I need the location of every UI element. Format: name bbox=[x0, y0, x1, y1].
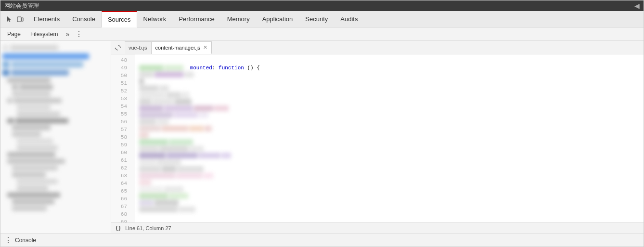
line-number-59: 59 bbox=[111, 141, 131, 149]
status-position: Line 61, Column 27 bbox=[125, 225, 171, 231]
tab-security[interactable]: Security bbox=[299, 11, 334, 27]
line-number-54: 54 bbox=[111, 103, 131, 110]
file-tabs-bar: vue-b.js content-manager.js ✕ bbox=[111, 41, 644, 54]
line-number-60: 60 bbox=[111, 149, 131, 156]
secondary-bar: Page Filesystem » ⋮ bbox=[0, 27, 644, 41]
sec-tab-page[interactable]: Page bbox=[3, 28, 25, 40]
tab-network[interactable]: Network bbox=[137, 11, 173, 27]
line-number-65: 65 bbox=[111, 187, 131, 195]
svg-rect-2 bbox=[22, 18, 23, 21]
cursor-icon[interactable] bbox=[5, 15, 14, 24]
tab-audits[interactable]: Audits bbox=[334, 11, 364, 27]
status-braces-icon: {} bbox=[115, 225, 121, 231]
line-number-49: 49 bbox=[111, 64, 131, 72]
devtools-window: 网站会员管理 ◀ Elements Console Sources Networ… bbox=[0, 0, 644, 247]
file-sync-icon[interactable] bbox=[113, 43, 123, 52]
line-number-51: 51 bbox=[111, 79, 131, 87]
line-number-66: 66 bbox=[111, 195, 131, 203]
code-editor[interactable]: 48 49 50 51 52 53 54 55 56 57 58 59 60 6… bbox=[111, 54, 644, 222]
file-tab-close-button[interactable]: ✕ bbox=[203, 44, 207, 51]
right-panel: vue-b.js content-manager.js ✕ 48 49 50 5… bbox=[111, 41, 644, 233]
device-icon[interactable] bbox=[16, 15, 25, 24]
line-number-57: 57 bbox=[111, 126, 131, 133]
file-tree[interactable] bbox=[0, 41, 111, 233]
console-bar: ⋮ Console bbox=[0, 233, 644, 247]
tab-memory[interactable]: Memory bbox=[221, 11, 256, 27]
sec-dots-button[interactable]: ⋮ bbox=[73, 29, 85, 39]
line-number-64: 64 bbox=[111, 180, 131, 187]
title-bar-arrow[interactable]: ◀ bbox=[634, 2, 640, 10]
line-number-56: 56 bbox=[111, 118, 131, 126]
tab-application[interactable]: Application bbox=[256, 11, 299, 27]
sec-more-button[interactable]: » bbox=[64, 30, 71, 38]
tab-sources[interactable]: Sources bbox=[102, 11, 137, 27]
title-bar: 网站会员管理 ◀ bbox=[0, 0, 644, 11]
line-number-50: 50 bbox=[111, 72, 131, 79]
line-number-69: 69 bbox=[111, 218, 131, 222]
tab-elements[interactable]: Elements bbox=[27, 11, 66, 27]
line-number-63: 63 bbox=[111, 172, 131, 180]
line-number-48: 48 bbox=[111, 56, 131, 64]
line-numbers: 48 49 50 51 52 53 54 55 56 57 58 59 60 6… bbox=[111, 54, 135, 222]
file-tab-content-manager-label: content-manager.js bbox=[155, 45, 201, 51]
main-content: vue-b.js content-manager.js ✕ 48 49 50 5… bbox=[0, 41, 644, 233]
console-label: Console bbox=[15, 237, 36, 244]
title-bar-text: 网站会员管理 bbox=[4, 2, 39, 10]
console-dots-icon[interactable]: ⋮ bbox=[4, 235, 12, 245]
line-number-52: 52 bbox=[111, 87, 131, 95]
toolbar-icons bbox=[2, 15, 27, 24]
sec-tab-filesystem[interactable]: Filesystem bbox=[26, 28, 62, 40]
left-panel bbox=[0, 41, 111, 233]
status-bar: {} Line 61, Column 27 bbox=[111, 222, 644, 233]
svg-marker-0 bbox=[7, 16, 11, 22]
code-line-48: mounted: function () { bbox=[139, 56, 640, 64]
code-content[interactable]: mounted: function () { bbox=[135, 54, 644, 222]
line-number-68: 68 bbox=[111, 210, 131, 218]
file-tab-content-manager[interactable]: content-manager.js ✕ bbox=[152, 41, 212, 54]
line-number-58: 58 bbox=[111, 133, 131, 141]
line-number-55: 55 bbox=[111, 110, 131, 118]
svg-rect-1 bbox=[17, 17, 21, 22]
tab-bar: Elements Console Sources Network Perform… bbox=[0, 11, 644, 27]
tab-console[interactable]: Console bbox=[66, 11, 102, 27]
file-tab-vue[interactable]: vue-b.js bbox=[125, 41, 152, 54]
code-blurred-section bbox=[139, 64, 640, 222]
line-number-67: 67 bbox=[111, 203, 131, 210]
tab-performance[interactable]: Performance bbox=[172, 11, 220, 27]
line-number-62: 62 bbox=[111, 164, 131, 172]
line-number-53: 53 bbox=[111, 95, 131, 103]
line-number-61: 61 bbox=[111, 156, 131, 164]
file-tab-vue-label: vue-b.js bbox=[129, 45, 147, 51]
